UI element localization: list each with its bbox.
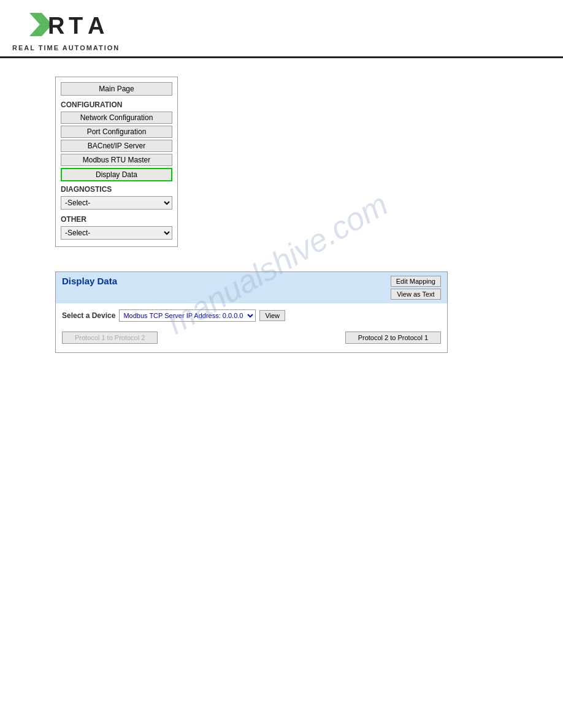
display-data-header: Display Data Edit Mapping View as Text bbox=[56, 272, 447, 303]
device-select[interactable]: Modbus TCP Server IP Address: 0.0.0.0 bbox=[119, 309, 256, 322]
display-data-body: Select a Device Modbus TCP Server IP Add… bbox=[56, 303, 447, 352]
logo-text: REAL TIME AUTOMATION bbox=[12, 44, 120, 51]
bacnet-ip-server-button[interactable]: BACnet/IP Server bbox=[61, 140, 172, 152]
configuration-label: CONFIGURATION bbox=[61, 100, 172, 109]
page-header: R T A REAL TIME AUTOMATION bbox=[0, 0, 563, 58]
display-data-panel: Display Data Edit Mapping View as Text S… bbox=[55, 271, 448, 353]
view-as-text-button[interactable]: View as Text bbox=[391, 289, 441, 300]
header-buttons: Edit Mapping View as Text bbox=[391, 276, 441, 300]
diagnostics-select[interactable]: -Select- bbox=[61, 196, 172, 210]
main-page-button[interactable]: Main Page bbox=[61, 82, 172, 96]
edit-mapping-button[interactable]: Edit Mapping bbox=[391, 276, 441, 287]
modbus-rtu-master-button[interactable]: Modbus RTU Master bbox=[61, 154, 172, 166]
protocol-buttons-row: Protocol 1 to Protocol 2 Protocol 2 to P… bbox=[62, 329, 441, 346]
other-label: OTHER bbox=[61, 215, 172, 224]
display-data-button[interactable]: Display Data bbox=[61, 168, 172, 181]
select-device-label: Select a Device bbox=[62, 311, 115, 320]
protocol1-to-protocol2-button[interactable]: Protocol 1 to Protocol 2 bbox=[62, 332, 158, 344]
other-select[interactable]: -Select- bbox=[61, 226, 172, 240]
network-configuration-button[interactable]: Network Configuration bbox=[61, 112, 172, 124]
protocol2-to-protocol1-button[interactable]: Protocol 2 to Protocol 1 bbox=[345, 332, 441, 344]
navigation-panel: Main Page CONFIGURATION Network Configur… bbox=[55, 77, 178, 247]
svg-text:R: R bbox=[48, 13, 64, 39]
port-configuration-button[interactable]: Port Configuration bbox=[61, 126, 172, 138]
diagnostics-label: DIAGNOSTICS bbox=[61, 185, 172, 194]
logo: R T A REAL TIME AUTOMATION bbox=[12, 6, 120, 51]
display-data-title: Display Data bbox=[62, 276, 117, 286]
svg-text:T: T bbox=[69, 13, 83, 39]
select-device-row: Select a Device Modbus TCP Server IP Add… bbox=[62, 309, 441, 322]
svg-text:A: A bbox=[88, 13, 104, 39]
view-button[interactable]: View bbox=[259, 310, 285, 321]
